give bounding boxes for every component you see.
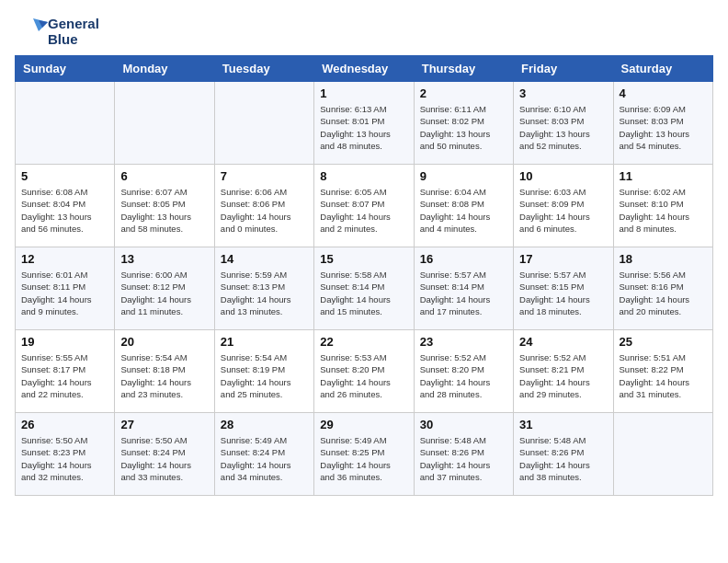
day-number: 10 [519,169,607,183]
day-number: 24 [519,335,607,349]
weekday-header-saturday: Saturday [613,56,712,82]
day-number: 9 [420,169,507,183]
day-info: Sunrise: 5:51 AM Sunset: 8:22 PM Dayligh… [620,351,707,400]
logo: General Blue [15,15,99,48]
calendar-day-cell: 23Sunrise: 5:52 AM Sunset: 8:20 PM Dayli… [414,330,513,413]
calendar-day-cell: 20Sunrise: 5:54 AM Sunset: 8:18 PM Dayli… [115,330,214,413]
calendar-day-cell: 31Sunrise: 5:48 AM Sunset: 8:26 PM Dayli… [514,413,613,496]
calendar-header-row: SundayMondayTuesdayWednesdayThursdayFrid… [16,56,713,82]
calendar-day-cell: 22Sunrise: 5:53 AM Sunset: 8:20 PM Dayli… [314,330,414,413]
calendar-day-cell: 6Sunrise: 6:07 AM Sunset: 8:05 PM Daylig… [115,165,214,247]
logo-text: General Blue [48,16,99,48]
day-info: Sunrise: 5:49 AM Sunset: 8:24 PM Dayligh… [221,434,308,483]
day-info: Sunrise: 6:04 AM Sunset: 8:08 PM Dayligh… [420,186,507,235]
day-info: Sunrise: 5:52 AM Sunset: 8:21 PM Dayligh… [519,351,607,400]
day-info: Sunrise: 5:56 AM Sunset: 8:16 PM Dayligh… [620,269,707,317]
day-number: 6 [120,169,208,183]
day-info: Sunrise: 6:09 AM Sunset: 8:03 PM Dayligh… [620,103,707,152]
day-info: Sunrise: 5:54 AM Sunset: 8:18 PM Dayligh… [120,351,208,400]
day-number: 29 [320,418,407,431]
calendar-day-cell: 12Sunrise: 6:01 AM Sunset: 8:11 PM Dayli… [16,247,115,330]
calendar-day-cell: 17Sunrise: 5:57 AM Sunset: 8:15 PM Dayli… [514,247,613,330]
weekday-header-monday: Monday [115,56,214,82]
calendar-day-cell: 10Sunrise: 6:03 AM Sunset: 8:09 PM Dayli… [514,165,613,247]
calendar-week-row: 26Sunrise: 5:50 AM Sunset: 8:23 PM Dayli… [16,413,713,496]
weekday-header-sunday: Sunday [16,56,115,82]
day-number: 7 [221,169,308,183]
day-info: Sunrise: 5:52 AM Sunset: 8:20 PM Dayligh… [420,351,507,400]
day-info: Sunrise: 5:57 AM Sunset: 8:14 PM Dayligh… [420,269,507,317]
day-info: Sunrise: 5:57 AM Sunset: 8:15 PM Dayligh… [519,269,607,317]
weekday-header-friday: Friday [514,56,613,82]
calendar-day-cell: 11Sunrise: 6:02 AM Sunset: 8:10 PM Dayli… [613,165,712,247]
day-number: 26 [21,418,108,431]
day-info: Sunrise: 5:54 AM Sunset: 8:19 PM Dayligh… [221,351,308,400]
day-number: 11 [620,169,707,183]
day-info: Sunrise: 5:48 AM Sunset: 8:26 PM Dayligh… [420,434,507,483]
day-info: Sunrise: 6:10 AM Sunset: 8:03 PM Dayligh… [519,103,607,152]
day-number: 4 [620,86,707,100]
calendar-day-cell: 25Sunrise: 5:51 AM Sunset: 8:22 PM Dayli… [613,330,712,413]
day-info: Sunrise: 6:00 AM Sunset: 8:12 PM Dayligh… [120,269,208,317]
calendar-day-cell: 7Sunrise: 6:06 AM Sunset: 8:06 PM Daylig… [214,165,313,247]
calendar-day-cell: 4Sunrise: 6:09 AM Sunset: 8:03 PM Daylig… [613,82,712,165]
calendar-day-cell: 29Sunrise: 5:49 AM Sunset: 8:25 PM Dayli… [314,413,414,496]
day-number: 3 [519,86,607,100]
day-number: 5 [21,169,108,183]
weekday-header-thursday: Thursday [414,56,513,82]
day-info: Sunrise: 6:13 AM Sunset: 8:01 PM Dayligh… [320,103,407,152]
day-number: 13 [120,252,208,266]
calendar-day-cell [16,82,115,165]
day-number: 30 [420,418,507,431]
calendar-day-cell: 21Sunrise: 5:54 AM Sunset: 8:19 PM Dayli… [214,330,313,413]
calendar-day-cell: 26Sunrise: 5:50 AM Sunset: 8:23 PM Dayli… [16,413,115,496]
day-number: 2 [420,86,507,100]
calendar-week-row: 12Sunrise: 6:01 AM Sunset: 8:11 PM Dayli… [16,247,713,330]
calendar-week-row: 19Sunrise: 5:55 AM Sunset: 8:17 PM Dayli… [16,330,713,413]
day-info: Sunrise: 5:55 AM Sunset: 8:17 PM Dayligh… [21,351,108,400]
day-number: 21 [221,335,308,349]
calendar-day-cell: 14Sunrise: 5:59 AM Sunset: 8:13 PM Dayli… [214,247,313,330]
calendar-day-cell: 15Sunrise: 5:58 AM Sunset: 8:14 PM Dayli… [314,247,414,330]
day-number: 20 [120,335,208,349]
day-info: Sunrise: 5:58 AM Sunset: 8:14 PM Dayligh… [320,269,407,317]
day-number: 17 [519,252,607,266]
day-number: 31 [519,418,607,431]
day-number: 15 [320,252,407,266]
calendar-day-cell: 3Sunrise: 6:10 AM Sunset: 8:03 PM Daylig… [514,82,613,165]
day-number: 19 [21,335,108,349]
day-info: Sunrise: 5:50 AM Sunset: 8:23 PM Dayligh… [21,434,108,483]
day-number: 28 [221,418,308,431]
logo-bird-icon [15,15,48,48]
day-number: 18 [620,252,707,266]
day-info: Sunrise: 6:06 AM Sunset: 8:06 PM Dayligh… [221,186,308,235]
day-number: 12 [21,252,108,266]
calendar-day-cell [115,82,214,165]
day-info: Sunrise: 6:11 AM Sunset: 8:02 PM Dayligh… [420,103,507,152]
calendar-day-cell: 19Sunrise: 5:55 AM Sunset: 8:17 PM Dayli… [16,330,115,413]
day-info: Sunrise: 6:08 AM Sunset: 8:04 PM Dayligh… [21,186,108,235]
day-number: 27 [120,418,208,431]
day-info: Sunrise: 5:48 AM Sunset: 8:26 PM Dayligh… [519,434,607,483]
day-info: Sunrise: 6:07 AM Sunset: 8:05 PM Dayligh… [120,186,208,235]
day-number: 25 [620,335,707,349]
logo-blue: Blue [48,31,99,47]
day-number: 8 [320,169,407,183]
calendar-day-cell: 30Sunrise: 5:48 AM Sunset: 8:26 PM Dayli… [414,413,513,496]
page-header: General Blue [15,15,713,48]
day-info: Sunrise: 5:59 AM Sunset: 8:13 PM Dayligh… [221,269,308,317]
svg-marker-0 [33,18,48,31]
logo-general: General [48,16,99,31]
calendar-week-row: 1Sunrise: 6:13 AM Sunset: 8:01 PM Daylig… [16,82,713,165]
logo-container: General Blue [15,15,99,48]
calendar-day-cell: 27Sunrise: 5:50 AM Sunset: 8:24 PM Dayli… [115,413,214,496]
day-info: Sunrise: 5:50 AM Sunset: 8:24 PM Dayligh… [120,434,208,483]
calendar-table: SundayMondayTuesdayWednesdayThursdayFrid… [15,55,713,496]
calendar-week-row: 5Sunrise: 6:08 AM Sunset: 8:04 PM Daylig… [16,165,713,247]
day-number: 1 [320,86,407,100]
day-number: 22 [320,335,407,349]
calendar-day-cell: 9Sunrise: 6:04 AM Sunset: 8:08 PM Daylig… [414,165,513,247]
weekday-header-tuesday: Tuesday [214,56,313,82]
day-info: Sunrise: 6:03 AM Sunset: 8:09 PM Dayligh… [519,186,607,235]
day-info: Sunrise: 6:01 AM Sunset: 8:11 PM Dayligh… [21,269,108,317]
